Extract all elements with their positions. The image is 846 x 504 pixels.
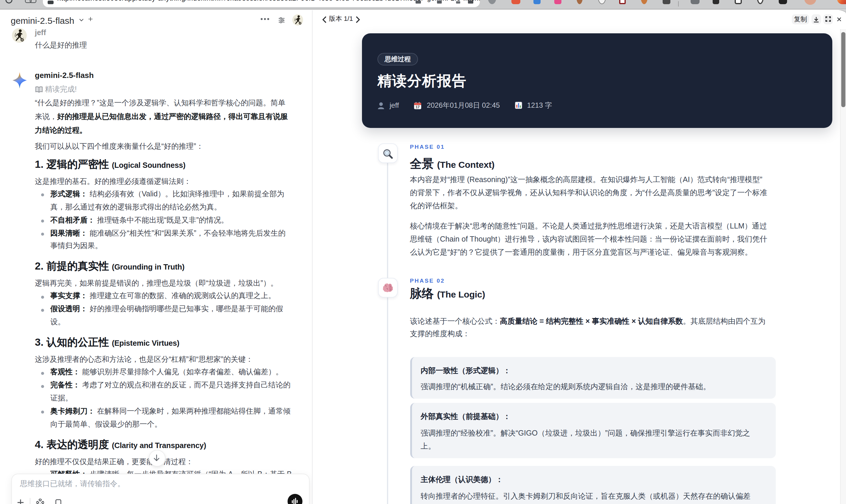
svg-text:17: 17 (416, 105, 420, 109)
